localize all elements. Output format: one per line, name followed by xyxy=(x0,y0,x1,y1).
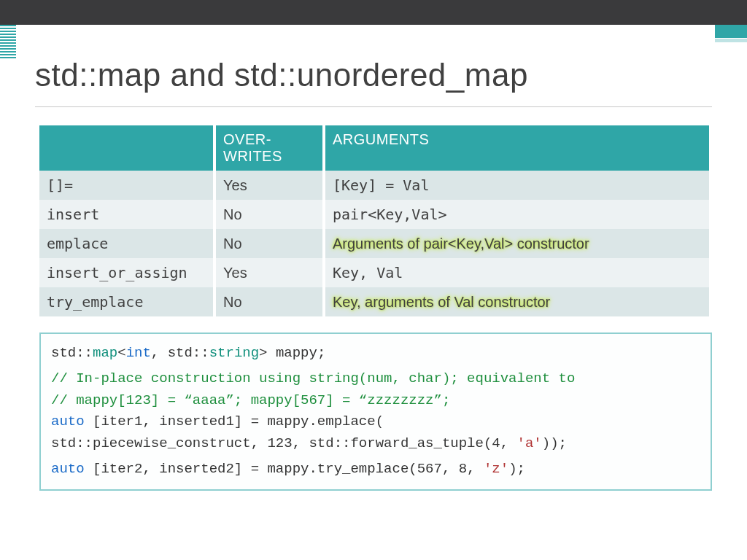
highlighted-text: Key, arguments of Val constructor xyxy=(333,294,550,310)
cell-overwrites: Yes xyxy=(214,171,324,200)
cell-method: insert_or_assign xyxy=(39,258,214,287)
slide-title: std::map and std::unordered_map xyxy=(35,57,528,93)
cell-method: emplace xyxy=(39,229,214,258)
cell-overwrites: Yes xyxy=(214,258,324,287)
accent-right-2 xyxy=(715,39,747,42)
table-row: insert_or_assign Yes Key, Val xyxy=(39,258,711,287)
code-comment-line: // mappy[123] = “aaaa”; mappy[567] = “zz… xyxy=(51,390,700,411)
accent-left xyxy=(0,25,16,60)
code-token: string xyxy=(209,345,259,361)
code-comment-line: // In-place construction using string(nu… xyxy=(51,368,700,389)
header-overwrites-line2: writes xyxy=(223,148,282,164)
table-body: []= Yes [Key] = Val insert No pair<Key,V… xyxy=(39,171,711,316)
code-token: < xyxy=(117,345,125,361)
header-arguments: Arguments xyxy=(324,125,711,171)
code-line: std::map<int, std::string> mappy; xyxy=(51,343,700,364)
code-line: auto [iter1, inserted1] = mappy.emplace( xyxy=(51,411,700,432)
code-token: auto xyxy=(51,461,85,477)
table-row: insert No pair<Key,Val> xyxy=(39,200,711,229)
header-overwrites: Over- writes xyxy=(214,125,324,171)
code-token: std:: xyxy=(51,345,93,361)
code-token: 'a' xyxy=(517,435,542,451)
code-example: std::map<int, std::string> mappy; // In-… xyxy=(39,332,712,491)
cell-overwrites: No xyxy=(214,229,324,258)
cell-arguments: [Key] = Val xyxy=(324,171,711,200)
comparison-table: Over- writes Arguments []= Yes [Key] = V… xyxy=(39,125,712,316)
code-token: map xyxy=(93,345,117,361)
cell-arguments: Key, arguments of Val constructor xyxy=(324,287,711,316)
accent-right-1 xyxy=(715,25,747,38)
highlighted-text: Arguments of pair<Key,Val> constructor xyxy=(333,236,589,252)
table-row: try_emplace No Key, arguments of Val con… xyxy=(39,287,711,316)
table-row: emplace No Arguments of pair<Key,Val> co… xyxy=(39,229,711,258)
cell-method: try_emplace xyxy=(39,287,214,316)
slide-top-bar xyxy=(0,0,747,25)
cell-method: insert xyxy=(39,200,214,229)
cell-arguments: Key, Val xyxy=(324,258,711,287)
title-underline xyxy=(35,106,712,107)
cell-arguments: pair<Key,Val> xyxy=(324,200,711,229)
code-token: [iter1, inserted1] = mappy.emplace( xyxy=(85,413,384,429)
code-token: [iter2, inserted2] = mappy.try_emplace(5… xyxy=(85,461,484,477)
slide-content: Over- writes Arguments []= Yes [Key] = V… xyxy=(39,125,712,491)
code-line: std::piecewise_construct, 123, std::forw… xyxy=(51,433,700,454)
code-token: , std:: xyxy=(151,345,209,361)
table-header-row: Over- writes Arguments xyxy=(39,125,711,171)
code-token: > mappy; xyxy=(259,345,325,361)
code-token: 'z' xyxy=(484,461,508,477)
cell-method: []= xyxy=(39,171,214,200)
cell-arguments: Arguments of pair<Key,Val> constructor xyxy=(324,229,711,258)
cell-overwrites: No xyxy=(214,200,324,229)
header-overwrites-line1: Over- xyxy=(223,131,271,147)
code-token: auto xyxy=(51,413,85,429)
code-line: auto [iter2, inserted2] = mappy.try_empl… xyxy=(51,459,700,480)
table-row: []= Yes [Key] = Val xyxy=(39,171,711,200)
code-token: std::piecewise_construct, 123, std::forw… xyxy=(51,435,517,451)
code-token: )); xyxy=(542,435,567,451)
code-token: int xyxy=(126,345,151,361)
cell-overwrites: No xyxy=(214,287,324,316)
code-token: ); xyxy=(508,461,525,477)
header-method xyxy=(39,125,214,171)
